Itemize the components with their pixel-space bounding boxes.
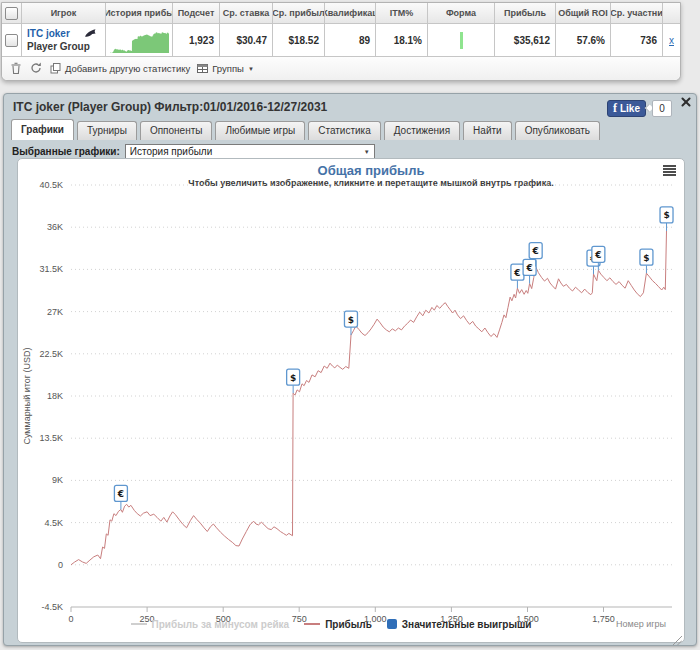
col-header-profit-history[interactable]: История прибы <box>106 3 173 24</box>
col-header-itm[interactable]: ITM% <box>376 3 428 24</box>
player-group: Player Group <box>27 40 90 53</box>
refresh-icon[interactable] <box>30 62 43 75</box>
chart-container: Общая прибыльЧтобы увеличить изображение… <box>17 158 685 643</box>
close-icon[interactable] <box>681 97 691 107</box>
svg-text:18K: 18K <box>47 391 63 401</box>
av-profit-value: $18.52 <box>273 24 325 57</box>
row-select-cell <box>2 24 22 57</box>
svg-text:€: € <box>594 250 601 260</box>
resize-grip[interactable] <box>673 631 682 640</box>
form-cell <box>428 24 495 57</box>
legend-significant-wins[interactable]: Значительные выигрыши <box>387 619 532 630</box>
tab-achievements[interactable]: Достижения <box>384 121 460 140</box>
select-caret-icon: ▼ <box>364 149 374 155</box>
profit-value: $35,612 <box>495 24 556 57</box>
tab-graphs[interactable]: Графики <box>11 119 74 140</box>
sparkline-cell <box>106 24 173 57</box>
like-label: Like <box>620 103 640 114</box>
svg-text:40.5K: 40.5K <box>39 180 63 190</box>
groups-grid-icon <box>197 63 208 74</box>
copy-icon <box>50 63 61 74</box>
legend-label: Значительные выигрыши <box>402 619 532 630</box>
table-row: ITC joker Player Group 1,923 $30.47 $18.… <box>2 24 680 57</box>
tab-opponents[interactable]: Оппоненты <box>140 121 213 140</box>
col-header-count[interactable]: Подсчет <box>173 3 220 24</box>
svg-text:$: $ <box>290 373 296 383</box>
player-cell[interactable]: ITC joker Player Group <box>22 24 106 57</box>
legend-label: Прибыль <box>325 619 372 630</box>
av-stake-value: $30.47 <box>220 24 273 57</box>
svg-text:€: € <box>513 268 520 278</box>
groups-button[interactable]: Группы ▼ <box>197 63 254 74</box>
col-header-av-profit[interactable]: Ср. прибыл <box>273 3 325 24</box>
chart-legend: Прибыль за минусом рейкаПрибыльЗначитель… <box>18 617 644 631</box>
legend-line-marker <box>304 623 320 625</box>
svg-text:€: € <box>532 246 539 256</box>
caret-down-icon: ▼ <box>248 66 254 72</box>
facebook-like-button[interactable]: f Like <box>607 100 646 117</box>
svg-text:22.5K: 22.5K <box>39 349 63 359</box>
table-header-row: Игрок История прибы Подсчет Ср. ставка С… <box>2 3 680 24</box>
panel-title: ITC joker (Player Group) Фильтр:01/01/20… <box>13 94 327 120</box>
chart-select-value: История прибыли <box>130 146 212 157</box>
svg-text:Суммарный итог (USD): Суммарный итог (USD) <box>22 347 32 444</box>
svg-text:13.5K: 13.5K <box>39 433 63 443</box>
tab-find[interactable]: Найти <box>463 121 512 140</box>
remove-row-link[interactable]: x <box>669 35 674 46</box>
facebook-logo-icon: f <box>613 101 617 116</box>
tab-favorite-games[interactable]: Любимые игры <box>215 121 305 140</box>
profit-sparkline <box>108 26 171 55</box>
x-axis-title: Номер игры <box>616 619 666 629</box>
total-roi-value: 57.6% <box>556 24 611 57</box>
col-header-qualif[interactable]: Квалификац <box>325 3 376 24</box>
svg-text:$: $ <box>663 210 669 220</box>
profit-chart[interactable]: Общая прибыльЧтобы увеличить изображение… <box>18 159 682 640</box>
svg-text:4.5K: 4.5K <box>44 518 63 528</box>
svg-text:-4.5K: -4.5K <box>41 602 63 612</box>
svg-text:€: € <box>117 489 124 499</box>
col-header-total-roi[interactable]: Общий ROI <box>556 3 611 24</box>
svg-text:Чтобы увеличить изображение, к: Чтобы увеличить изображение, кликните и … <box>188 178 553 188</box>
form-bar <box>460 32 463 49</box>
player-stats-table: Игрок История прибы Подсчет Ср. ставка С… <box>1 2 681 81</box>
select-all-checkbox[interactable] <box>5 7 18 20</box>
itm-value: 18.1% <box>376 24 428 57</box>
qualif-value: 89 <box>325 24 376 57</box>
svg-text:9K: 9K <box>52 475 63 485</box>
trash-icon[interactable] <box>10 62 23 75</box>
player-detail-panel: ITC joker (Player Group) Фильтр:01/01/20… <box>3 93 697 646</box>
svg-text:27K: 27K <box>47 307 63 317</box>
actions-cell: x <box>663 24 680 57</box>
chart-select-label: Выбранные графики: <box>12 146 120 157</box>
col-header-form[interactable]: Форма <box>428 3 495 24</box>
svg-text:36K: 36K <box>47 222 63 232</box>
legend-label: Прибыль за минусом рейка <box>152 619 290 630</box>
add-statistic-button[interactable]: Добавить другую статистику <box>50 63 190 74</box>
tab-publish[interactable]: Опубликовать <box>515 121 600 140</box>
svg-text:$: $ <box>348 315 354 325</box>
like-count: 0 <box>652 100 672 117</box>
legend-profit-minus-rake[interactable]: Прибыль за минусом рейка <box>131 619 290 630</box>
svg-text:31.5K: 31.5K <box>39 264 63 274</box>
col-header-av-stake[interactable]: Ср. ставка <box>220 3 273 24</box>
table-toolbar: Добавить другую статистику Группы ▼ <box>2 57 680 80</box>
count-value: 1,923 <box>173 24 220 57</box>
col-header-player[interactable]: Игрок <box>22 3 106 24</box>
tab-tournaments[interactable]: Турниры <box>77 121 137 140</box>
player-name[interactable]: ITC joker <box>27 27 70 40</box>
row-checkbox[interactable] <box>5 34 18 47</box>
av-entrants-value: 736 <box>611 24 663 57</box>
legend-profit[interactable]: Прибыль <box>304 619 372 630</box>
panel-tabs: Графики Турниры Оппоненты Любимые игры С… <box>11 120 600 140</box>
chart-menu-icon[interactable] <box>663 165 676 177</box>
svg-text:$: $ <box>643 253 649 263</box>
col-header-actions <box>663 3 680 24</box>
svg-text:€: € <box>525 263 532 273</box>
col-header-av-entrants[interactable]: Ср. участни <box>611 3 663 24</box>
svg-text:Общая прибыль: Общая прибыль <box>318 163 425 178</box>
svg-text:0: 0 <box>58 560 63 570</box>
tab-statistics[interactable]: Статистика <box>308 121 381 140</box>
col-header-profit[interactable]: Прибыль <box>495 3 556 24</box>
legend-square-marker <box>387 619 397 629</box>
screen: Игрок История прибы Подсчет Ср. ставка С… <box>0 0 700 650</box>
